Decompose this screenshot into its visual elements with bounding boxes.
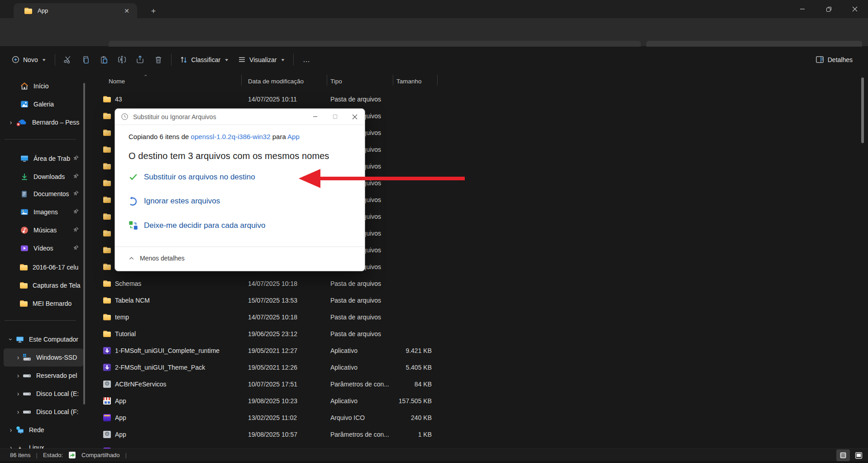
column-divider[interactable] [437,75,438,86]
file-row[interactable] [96,443,437,449]
file-date: 15/07/2025 13:53 [245,297,328,304]
thumbnail-view-button[interactable] [852,449,865,461]
file-date: 14/07/2025 10:18 [245,313,328,321]
column-divider[interactable] [327,75,327,86]
sidebar-item-onedrive[interactable]: › Bernardo – Pess [4,113,83,131]
file-row[interactable]: App 13/02/2025 11:02 Arquivo ICO 240 KB [96,409,437,426]
sidebar-item-mei-bernardo[interactable]: MEI Bernardo [4,294,83,313]
column-header-tamanho[interactable]: Tamanho [394,78,437,85]
column-header-data[interactable]: Data de modificação [245,78,328,85]
chevron-right-icon[interactable]: › [6,444,15,449]
sidebar-item-disco-f[interactable]: › Disco Local (F: [4,403,83,421]
tab-close-icon[interactable]: ✕ [121,5,133,16]
new-tab-button[interactable]: ＋ [147,5,160,16]
view-button[interactable]: Visualizar ▼ [234,51,290,68]
option-decide-each[interactable]: Deixe-me decidir para cada arquivo [129,221,265,230]
sidebar-item-rede[interactable]: › Rede [4,421,83,439]
chevron-down-icon[interactable]: › [7,335,14,344]
sidebar-scrollbar[interactable] [83,83,85,405]
file-row[interactable]: ACBrNFeServicos 10/07/2025 17:51 Parâmet… [96,376,437,392]
sidebar-item-downloads[interactable]: Downloads [4,168,83,186]
rename-button[interactable] [113,51,131,68]
more-options-button[interactable]: … [297,51,315,68]
option-skip-files[interactable]: Ignorar estes arquivos [129,196,220,206]
sidebar-item-disco-e[interactable]: › Disco Local (E: [4,385,83,403]
sidebar-item-galeria[interactable]: Galeria [4,95,83,113]
delete-button[interactable] [149,51,167,68]
fewer-details-button[interactable]: Menos detalhes [129,255,185,262]
sidebar-item-capturas-de-tela[interactable]: Capturas de Tela [4,276,83,294]
details-pane-button[interactable]: Detalhes [811,51,857,68]
column-headers: › Nome Data de modificação Tipo Tamanho [96,74,437,89]
sort-icon [180,56,188,64]
file-list-scrollbar[interactable] [861,77,864,143]
chevron-right-icon[interactable]: › [14,372,23,379]
sidebar-item-inicio[interactable]: Início [4,77,83,95]
source-folder-link[interactable]: openssl-1.0.2q-i386-win32 [191,133,271,140]
dialog-close-button[interactable] [345,109,365,125]
file-size: 1 KB [394,431,437,438]
copy-button[interactable] [77,51,95,68]
column-header-nome[interactable]: Nome [96,78,245,85]
file-icon [103,263,111,270]
file-row[interactable]: App 19/08/2025 10:57 Parâmetros de con..… [96,426,437,443]
file-row[interactable]: 2-FMSoft_uniGUI_Theme_Pack 19/05/2021 12… [96,359,437,376]
file-row[interactable]: 1-FMSoft_uniGUI_Complete_runtime 19/05/2… [96,342,437,359]
file-row[interactable]: Tabela NCM 15/07/2025 13:53 Pasta de arq… [96,292,437,309]
file-name: Schemas [115,280,141,287]
copy-prefix: Copiando 6 itens de [129,133,189,140]
column-divider[interactable] [241,75,242,86]
file-row[interactable]: 43 14/07/2025 10:11 Pasta de arquivos [96,91,437,107]
file-row[interactable]: Schemas 14/07/2025 10:18 Pasta de arquiv… [96,275,437,292]
column-header-tipo[interactable]: Tipo [328,78,394,85]
paste-button[interactable] [95,51,113,68]
file-icon [103,246,111,254]
share-button[interactable] [131,51,149,68]
linux-penguin-icon [15,444,24,449]
file-size: 5.405 KB [394,364,437,371]
file-row[interactable]: App 19/08/2025 10:23 Aplicativo 157.505 … [96,392,437,409]
command-toolbar: Novo ▼ [0,47,868,72]
file-date: 10/07/2025 17:51 [245,381,328,388]
option-decide-label: Deixe-me decidir para cada arquivo [144,221,265,230]
chevron-right-icon[interactable]: › [6,426,15,434]
chevron-right-icon[interactable]: › [14,354,23,361]
file-row[interactable]: Tutorial 19/06/2025 23:12 Pasta de arqui… [96,325,437,342]
file-date: 14/07/2025 10:11 [245,96,328,103]
sidebar-item-musicas[interactable]: Músicas [4,221,83,239]
explorer-tab[interactable]: App ✕ [14,3,137,18]
destination-folder-link[interactable]: App [287,133,300,140]
drive-icon [23,390,31,398]
sidebar-item-reservado[interactable]: › Reservado pel [4,367,83,385]
new-button[interactable]: Novo ▼ [7,51,51,68]
minimize-button[interactable] [789,0,816,18]
status-separator: | [125,452,127,458]
sidebar-item-imagens[interactable]: Imagens [4,203,83,221]
details-view-button[interactable] [836,449,850,461]
sidebar-item-2016-06-17-celu[interactable]: 2016-06-17 celu [4,258,83,276]
file-row[interactable]: temp 14/07/2025 10:18 Pasta de arquivos [96,309,437,325]
file-icon [103,431,111,438]
sort-button[interactable]: Classificar ▼ [175,51,234,68]
file-name: 1-FMSoft_uniGUI_Complete_runtime [115,347,219,354]
chevron-right-icon[interactable]: › [14,408,23,415]
sidebar-item-este-computador[interactable]: › Este Computador [4,330,83,348]
option-replace-files[interactable]: Substituir os arquivos no destino [129,172,255,182]
sidebar-item-videos[interactable]: Vídeos [4,239,83,257]
column-divider[interactable] [393,75,393,86]
sidebar-item-windows-ssd[interactable]: › Windows-SSD [4,348,83,367]
dialog-minimize-button[interactable] [305,109,325,125]
sidebar-item-documentos[interactable]: Documentos [4,185,83,203]
sidebar-item-linux[interactable]: › Linux [4,439,83,449]
pin-icon [73,227,79,234]
sidebar-item-area-de-trabalho[interactable]: Área de Trab [4,150,83,168]
restore-button[interactable] [816,0,842,18]
file-date: 19/05/2021 12:26 [245,364,328,371]
chevron-right-icon[interactable]: › [6,119,15,126]
folder-icon [20,300,28,307]
close-button[interactable] [842,0,868,18]
file-icon [103,213,111,220]
cut-button[interactable] [59,51,77,68]
chevron-right-icon[interactable]: › [14,390,23,397]
document-icon [20,190,29,198]
